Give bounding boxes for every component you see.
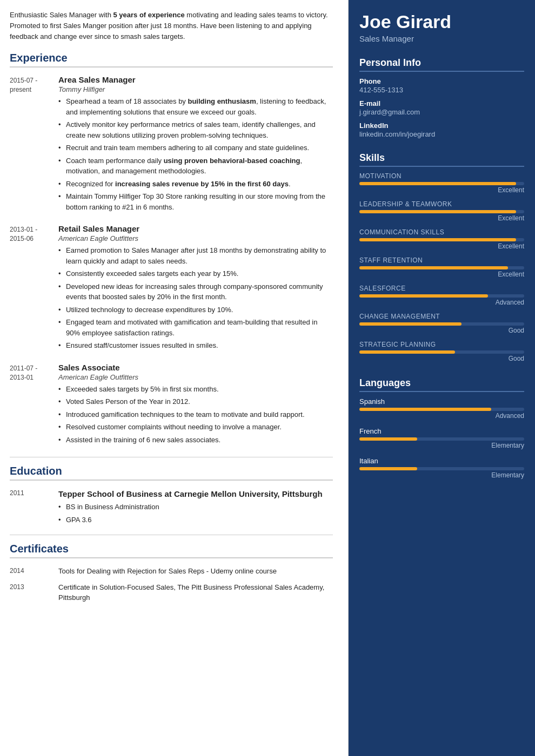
language-item: French Elementary — [359, 427, 524, 449]
bullet: Maintain Tommy Hilfiger Top 30 Store ran… — [58, 191, 333, 212]
cert-entry-1: 2014 Tools for Dealing with Rejection fo… — [10, 566, 333, 577]
phone-label: Phone — [359, 77, 524, 85]
skill-bar-bg — [359, 350, 524, 354]
skills-section: Skills MOTIVATION Excellent LEADERSHIP &… — [349, 146, 535, 371]
bullet: Developed new ideas for increasing sales… — [58, 281, 333, 302]
skill-item: LEADERSHIP & TEAMWORK Excellent — [359, 200, 524, 222]
cert-content-1: Tools for Dealing with Rejection for Sal… — [58, 566, 333, 577]
experience-title: Experience — [10, 52, 333, 68]
job-dates-3: 2011-07 - 2013-01 — [10, 363, 58, 448]
language-item: Spanish Advanced — [359, 397, 524, 420]
job-entry-3: 2011-07 - 2013-01 Sales Associate Americ… — [10, 363, 333, 448]
skill-name: CHANGE MANAGEMENT — [359, 313, 524, 320]
language-name: Italian — [359, 457, 524, 465]
job-entry-2: 2013-01 - 2015-06 Retail Sales Manager A… — [10, 224, 333, 353]
skill-name: STAFF RETENTION — [359, 256, 524, 264]
job-company-2: American Eagle Outfitters — [58, 234, 333, 242]
lang-bar-fill — [359, 437, 417, 441]
bullet: Engaged team and motivated with gamifica… — [58, 317, 333, 338]
job-content-3: Sales Associate American Eagle Outfitter… — [58, 363, 333, 448]
email-value: j.girard@gmail.com — [359, 108, 524, 116]
summary-text: Enthusiastic Sales Manager with 5 years … — [10, 10, 333, 42]
lang-level: Advanced — [359, 412, 524, 420]
job-title-1: Area Sales Manager — [58, 75, 333, 84]
job-title-2: Retail Sales Manager — [58, 224, 333, 233]
job-bullets-1: Spearhead a team of 18 associates by bui… — [58, 96, 333, 212]
bullet: Consistently exceeded sales targets each… — [58, 268, 333, 279]
certificates-section: Certificates 2014 Tools for Dealing with… — [10, 543, 333, 603]
edu-school-1: Tepper School of Business at Carnegie Me… — [58, 488, 333, 500]
bullet: Recognized for increasing sales revenue … — [58, 179, 333, 190]
job-content-1: Area Sales Manager Tommy Hilfiger Spearh… — [58, 75, 333, 214]
lang-bar-fill — [359, 467, 417, 470]
skill-bar-bg — [359, 322, 524, 326]
bullet: Spearhead a team of 18 associates by bui… — [58, 96, 333, 117]
skill-item: CHANGE MANAGEMENT Good — [359, 313, 524, 334]
phone-block: Phone 412-555-1313 — [359, 77, 524, 94]
skill-name: COMMUNICATION SKILLS — [359, 228, 524, 236]
skill-bar-bg — [359, 266, 524, 269]
phone-value: 412-555-1313 — [359, 86, 524, 94]
skill-item: COMMUNICATION SKILLS Excellent — [359, 228, 524, 250]
bullet: Resolved customer complaints without nee… — [58, 422, 333, 433]
languages-section: Languages Spanish Advanced French Elemen… — [349, 371, 535, 489]
left-column: Enthusiastic Sales Manager with 5 years … — [0, 0, 349, 756]
job-entry-1: 2015-07 - present Area Sales Manager Tom… — [10, 75, 333, 214]
linkedin-value: linkedin.com/in/joegirard — [359, 130, 524, 138]
skill-bar-bg — [359, 294, 524, 298]
lang-bar-fill — [359, 408, 491, 411]
skill-item: SALESFORCE Advanced — [359, 285, 524, 306]
lang-bar-bg — [359, 437, 524, 441]
bullet: Utilized technology to decrease expendit… — [58, 305, 333, 315]
skill-bar-fill — [359, 294, 488, 298]
right-column: Joe Girard Sales Manager Personal Info P… — [349, 0, 535, 756]
skill-bar-fill — [359, 266, 508, 269]
cert-year-1: 2014 — [10, 566, 58, 577]
language-name: Spanish — [359, 397, 524, 406]
skills-container: MOTIVATION Excellent LEADERSHIP & TEAMWO… — [359, 172, 524, 362]
job-bullets-2: Earned promotion to Sales Manager after … — [58, 245, 333, 351]
bullet: Ensured staff/customer issues resulted i… — [58, 340, 333, 351]
job-dates-1: 2015-07 - present — [10, 75, 58, 214]
skill-bar-fill — [359, 322, 462, 326]
right-header: Joe Girard Sales Manager — [349, 0, 535, 51]
bullet: Voted Sales Person of the Year in 2012. — [58, 396, 333, 407]
personal-info-title: Personal Info — [359, 57, 524, 72]
linkedin-label: LinkedIn — [359, 122, 524, 130]
skill-name: MOTIVATION — [359, 172, 524, 180]
personal-info-section: Personal Info Phone 412-555-1313 E-mail … — [349, 51, 535, 146]
skill-level: Excellent — [359, 186, 524, 194]
education-section: Education 2011 Tepper School of Business… — [10, 465, 333, 527]
education-title: Education — [10, 465, 333, 481]
lang-level: Elementary — [359, 442, 524, 449]
skill-level: Good — [359, 355, 524, 362]
skill-item: STRATEGIC PLANNING Good — [359, 341, 524, 362]
cert-year-2: 2013 — [10, 582, 58, 603]
skill-bar-bg — [359, 238, 524, 241]
skill-bar-bg — [359, 210, 524, 213]
language-item: Italian Elementary — [359, 457, 524, 479]
linkedin-block: LinkedIn linkedin.com/in/joegirard — [359, 122, 524, 138]
bullet: Assisted in the training of 6 new sales … — [58, 435, 333, 446]
job-title-3: Sales Associate — [58, 363, 333, 372]
skill-level: Advanced — [359, 299, 524, 306]
edu-content-1: Tepper School of Business at Carnegie Me… — [58, 488, 333, 527]
bullet: Introduced gamification techniques to th… — [58, 409, 333, 420]
languages-title: Languages — [359, 377, 524, 392]
experience-section: Experience 2015-07 - present Area Sales … — [10, 52, 333, 447]
bullet: Coach team performance daily using prove… — [58, 156, 333, 177]
cert-content-2: Certificate in Solution-Focused Sales, T… — [58, 582, 333, 603]
skills-title: Skills — [359, 152, 524, 167]
edu-entry-1: 2011 Tepper School of Business at Carneg… — [10, 488, 333, 527]
bullet: Recruit and train team members adhering … — [58, 143, 333, 153]
person-job-title: Sales Manager — [359, 34, 524, 43]
bullet: Actively monitor key performance metrics… — [58, 119, 333, 140]
skill-item: MOTIVATION Excellent — [359, 172, 524, 194]
lang-bar-bg — [359, 467, 524, 470]
skill-name: STRATEGIC PLANNING — [359, 341, 524, 348]
job-content-2: Retail Sales Manager American Eagle Outf… — [58, 224, 333, 353]
edu-bullets-1: BS in Business Administration GPA 3.6 — [58, 502, 333, 525]
email-label: E-mail — [359, 99, 524, 107]
bullet: Earned promotion to Sales Manager after … — [58, 245, 333, 266]
skill-bar-fill — [359, 210, 516, 213]
